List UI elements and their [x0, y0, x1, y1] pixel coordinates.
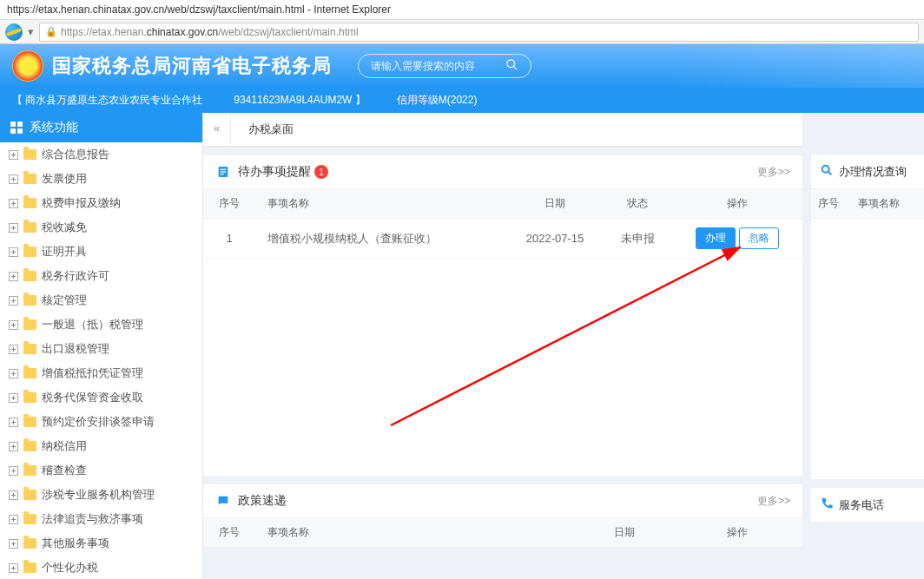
- svg-rect-3: [221, 169, 227, 170]
- dropdown-icon[interactable]: ▾: [28, 25, 34, 38]
- col-date: 日期: [507, 189, 603, 219]
- expand-icon[interactable]: [9, 563, 18, 573]
- expand-icon[interactable]: [9, 223, 18, 233]
- expand-icon[interactable]: [9, 393, 18, 403]
- sidebar-item[interactable]: 其他服务事项: [0, 531, 202, 556]
- sidebar-item[interactable]: 增值税抵扣凭证管理: [0, 361, 202, 385]
- expand-icon[interactable]: [9, 369, 18, 378]
- sidebar-item[interactable]: 税收减免: [0, 215, 202, 240]
- content-main: « 办税桌面 待办事项提醒 1 更多>> 序号: [203, 113, 802, 579]
- chat-icon: [215, 493, 231, 509]
- sidebar-item[interactable]: 发票使用: [0, 167, 202, 191]
- addr-host: etax.henan.: [92, 26, 147, 38]
- todo-more-link[interactable]: 更多>>: [757, 165, 790, 180]
- sidebar-item-label: 稽查检查: [42, 462, 87, 479]
- expand-icon[interactable]: [9, 296, 18, 306]
- sidebar-item-label: 税务行政许可: [42, 267, 109, 285]
- sidebar-item[interactable]: 个性化办税: [0, 556, 202, 579]
- lock-icon: 🔒: [45, 26, 57, 37]
- sidebar-item-label: 出口退税管理: [42, 340, 109, 358]
- national-emblem-icon: [12, 50, 43, 82]
- folder-icon: [23, 271, 36, 281]
- expand-icon[interactable]: [9, 174, 18, 184]
- sub-header: 【 商水县万盛原生态农业农民专业合作社 93411623MA9L4AUM2W 】…: [0, 88, 924, 113]
- cell-name: 增值税小规模纳税人（查账征收）: [255, 219, 507, 259]
- sidebar-item[interactable]: 法律追责与救济事项: [0, 507, 202, 531]
- news-more-link[interactable]: 更多>>: [757, 494, 790, 509]
- sidebar-item[interactable]: 预约定价安排谈签申请: [0, 410, 202, 434]
- sidebar-item-label: 个性化办税: [42, 559, 98, 576]
- col-name: 事项名称: [846, 189, 924, 219]
- sidebar-item-label: 综合信息报告: [42, 146, 109, 163]
- phone-card-header: 服务电话: [811, 488, 924, 523]
- svg-point-6: [822, 166, 829, 173]
- credit-level: 信用等级M(2022): [397, 93, 478, 108]
- expand-icon[interactable]: [9, 150, 18, 160]
- expand-icon[interactable]: [9, 515, 18, 524]
- sidebar-header: 系统功能: [0, 113, 202, 142]
- addr-scheme: https://: [61, 26, 92, 38]
- expand-icon[interactable]: [9, 490, 18, 500]
- expand-icon[interactable]: [9, 418, 18, 427]
- table-row: 1 增值税小规模纳税人（查账征收） 2022-07-15 未申报 办理 忽略: [203, 219, 802, 259]
- sidebar: 系统功能 综合信息报告发票使用税费申报及缴纳税收减免证明开具税务行政许可核定管理…: [0, 113, 203, 579]
- expand-icon[interactable]: [9, 539, 18, 549]
- sidebar-item[interactable]: 综合信息报告: [0, 142, 202, 167]
- col-date: 日期: [577, 518, 672, 548]
- collapse-sidebar-button[interactable]: «: [203, 113, 231, 146]
- col-status: 状态: [603, 189, 672, 219]
- sidebar-item[interactable]: 一般退（抵）税管理: [0, 313, 202, 337]
- sidebar-item[interactable]: 纳税信用: [0, 434, 202, 458]
- folder-icon: [23, 198, 36, 208]
- todo-body: 序号 事项名称 日期 状态 操作 1 增值税小规模纳税人（查账征收）: [203, 189, 802, 476]
- search-icon[interactable]: [505, 58, 518, 74]
- expand-icon[interactable]: [9, 345, 18, 354]
- search-box[interactable]: [358, 54, 531, 78]
- sidebar-item-label: 法律追责与救济事项: [42, 510, 143, 528]
- addr-path: /web/dzswj/taxclient/main.html: [218, 26, 358, 38]
- query-card: 办理情况查询 序号 事项名称: [811, 155, 924, 479]
- cell-status: 未申报: [603, 219, 672, 259]
- cell-seq: 1: [203, 219, 255, 259]
- sidebar-title: 系统功能: [30, 120, 78, 135]
- browser-chrome: https://etax.henan.chinatax.gov.cn/web/d…: [0, 0, 924, 44]
- expand-icon[interactable]: [9, 199, 18, 208]
- list-icon: [215, 164, 231, 180]
- expand-icon[interactable]: [9, 247, 18, 257]
- company-name: 【 商水县万盛原生态农业农民专业合作社: [12, 93, 202, 108]
- col-name: 事项名称: [255, 518, 577, 548]
- expand-icon[interactable]: [9, 466, 18, 476]
- expand-icon[interactable]: [9, 320, 18, 330]
- sidebar-item[interactable]: 涉税专业服务机构管理: [0, 483, 202, 507]
- sidebar-item[interactable]: 出口退税管理: [0, 337, 202, 361]
- magnify-icon: [820, 163, 834, 180]
- expand-icon[interactable]: [9, 442, 18, 451]
- sidebar-item[interactable]: 税务代保管资金收取: [0, 385, 202, 410]
- col-seq: 序号: [811, 189, 846, 219]
- handle-button[interactable]: 办理: [696, 227, 736, 249]
- query-card-header: 办理情况查询: [811, 155, 924, 189]
- sidebar-item[interactable]: 证明开具: [0, 240, 202, 264]
- folder-icon: [23, 222, 36, 233]
- expand-icon[interactable]: [9, 272, 18, 281]
- sidebar-item[interactable]: 税务行政许可: [0, 264, 202, 288]
- sidebar-item-label: 税收减免: [42, 219, 87, 236]
- folder-icon: [23, 417, 36, 427]
- sidebar-item-label: 税务代保管资金收取: [42, 389, 143, 406]
- sidebar-item-label: 发票使用: [42, 170, 87, 188]
- sidebar-item[interactable]: 核定管理: [0, 288, 202, 313]
- address-bar[interactable]: 🔒 https://etax.henan.chinatax.gov.cn/web…: [39, 23, 919, 42]
- search-input[interactable]: [371, 60, 505, 72]
- col-name: 事项名称: [255, 189, 507, 219]
- tab-desktop[interactable]: 办税桌面: [231, 113, 311, 146]
- sidebar-item-label: 一般退（抵）税管理: [42, 316, 143, 333]
- query-body: [811, 219, 924, 479]
- todo-card-header: 待办事项提醒 1 更多>>: [203, 155, 802, 189]
- sidebar-item-label: 税费申报及缴纳: [42, 194, 121, 212]
- sidebar-menu: 综合信息报告发票使用税费申报及缴纳税收减免证明开具税务行政许可核定管理一般退（抵…: [0, 142, 202, 579]
- sidebar-item[interactable]: 稽查检查: [0, 458, 202, 483]
- main-area: 系统功能 综合信息报告发票使用税费申报及缴纳税收减免证明开具税务行政许可核定管理…: [0, 113, 924, 579]
- address-text: https://etax.henan.chinatax.gov.cn/web/d…: [61, 26, 359, 38]
- sidebar-item[interactable]: 税费申报及缴纳: [0, 191, 202, 215]
- ignore-button[interactable]: 忽略: [739, 227, 779, 249]
